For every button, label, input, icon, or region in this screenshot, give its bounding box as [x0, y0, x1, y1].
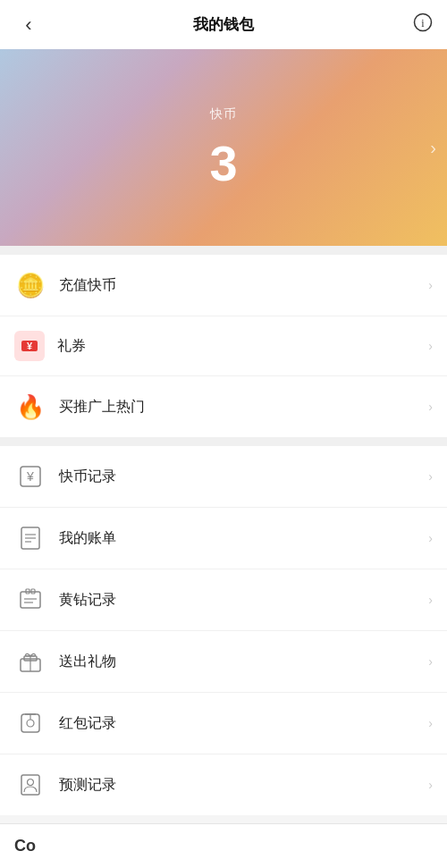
promote-label: 买推广上热门 [59, 398, 428, 417]
my-bill-icon [14, 522, 46, 554]
coin-records-label: 快币记录 [59, 468, 428, 486]
coin-records-icon: ¥ [14, 460, 46, 493]
gold-records-icon [14, 584, 46, 616]
promote-chevron: › [428, 400, 433, 414]
menu-item-browse-records[interactable]: 预测记录 › [0, 754, 447, 815]
send-gift-chevron: › [428, 654, 433, 669]
secondary-menu-section: ¥ 快币记录 › 我的账单 › 黄钻记 [0, 446, 447, 815]
wallet-banner: 快币 3 › [0, 49, 447, 246]
page-title: 我的钱包 [193, 14, 254, 35]
coupon-chevron: › [428, 339, 433, 353]
menu-item-promote[interactable]: 🔥 买推广上热门 › [0, 376, 447, 437]
bottom-tab-bar: Co [0, 823, 447, 868]
promote-icon: 🔥 [14, 391, 46, 423]
gold-records-label: 黄钻记录 [59, 591, 428, 610]
menu-item-send-gift[interactable]: 送出礼物 › [0, 631, 447, 693]
menu-item-gold-records[interactable]: 黄钻记录 › [0, 569, 447, 631]
banner-label: 快币 [210, 106, 237, 122]
redpacket-label: 红包记录 [59, 714, 428, 733]
svg-text:¥: ¥ [27, 341, 33, 351]
my-bill-chevron: › [428, 531, 433, 545]
gold-records-chevron: › [428, 593, 433, 607]
menu-item-recharge[interactable]: 🪙 充值快币 › [0, 255, 447, 316]
banner-arrow: › [430, 138, 436, 158]
recharge-icon: 🪙 [14, 269, 46, 301]
redpacket-icon [14, 707, 46, 739]
menu-item-my-bill[interactable]: 我的账单 › [0, 508, 447, 569]
browse-records-icon [14, 769, 46, 801]
send-gift-icon [14, 645, 46, 678]
svg-rect-10 [21, 592, 40, 608]
back-button[interactable]: ‹ [14, 13, 43, 37]
svg-text:¥: ¥ [26, 469, 34, 484]
menu-item-redpacket[interactable]: 红包记录 › [0, 693, 447, 754]
coupon-icon: ¥ [14, 331, 45, 361]
redpacket-chevron: › [428, 716, 433, 730]
browse-records-chevron: › [428, 778, 433, 792]
svg-text:i: i [421, 17, 425, 29]
send-gift-label: 送出礼物 [59, 653, 428, 671]
section-divider-1 [0, 246, 447, 255]
recharge-label: 充值快币 [59, 276, 428, 295]
coin-records-chevron: › [428, 469, 433, 484]
section-divider-2 [0, 437, 447, 446]
info-button[interactable]: i [404, 13, 433, 37]
svg-point-23 [28, 780, 34, 786]
coupon-label: 礼券 [57, 337, 428, 356]
recharge-chevron: › [428, 278, 433, 292]
my-bill-label: 我的账单 [59, 529, 428, 548]
banner-value: 3 [209, 139, 237, 189]
menu-item-coin-records[interactable]: ¥ 快币记录 › [0, 446, 447, 508]
header: ‹ 我的钱包 i [0, 0, 447, 49]
primary-menu-section: 🪙 充值快币 › ¥ 礼券 › 🔥 买推广上热门 › [0, 255, 447, 437]
svg-point-19 [27, 720, 34, 727]
browse-records-label: 预测记录 [59, 776, 428, 795]
bottom-co-text: Co [14, 837, 36, 855]
menu-item-coupon[interactable]: ¥ 礼券 › [0, 316, 447, 376]
